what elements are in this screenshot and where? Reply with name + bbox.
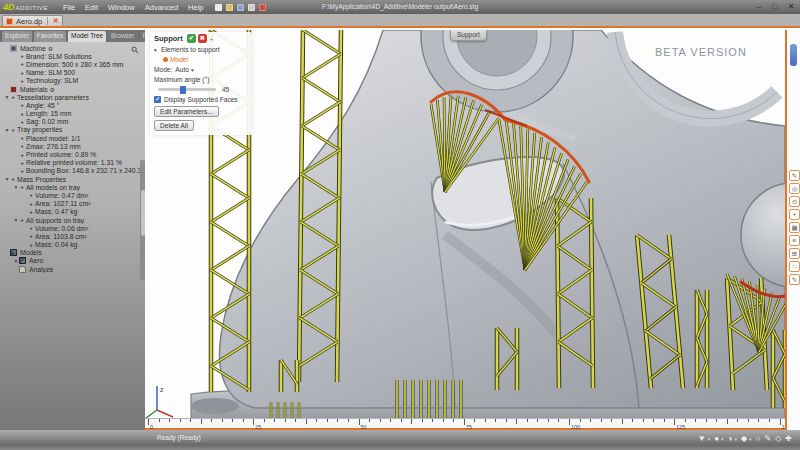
collapse-caret-icon[interactable]: ▾ xyxy=(154,47,161,53)
layers-tool-button[interactable]: ≡ xyxy=(789,235,800,246)
pin-icon[interactable]: + xyxy=(210,36,214,42)
tree-row-name[interactable]: +Name: SLM 500 xyxy=(0,69,145,77)
tree-row-volume[interactable]: +Volume: 0.47 dm³ xyxy=(0,191,145,199)
bullet-icon: + xyxy=(19,168,25,174)
ruler-tick xyxy=(653,419,654,422)
tree-row-zmax[interactable]: +Zmax: 276.13 mm xyxy=(0,142,145,150)
sidebar-scrollbar-thumb[interactable] xyxy=(141,190,145,236)
point-tool-button[interactable]: ⊙ xyxy=(789,196,800,207)
sidebar-tab-model-tree[interactable]: Model Tree xyxy=(68,31,106,42)
section-tool-button[interactable]: ▦ xyxy=(789,222,800,233)
edit-parameters-button[interactable]: Edit Parameters... xyxy=(154,106,219,117)
tree-row-mass-properties[interactable]: ▾+Mass Properties xyxy=(0,175,145,183)
model-icon xyxy=(19,257,26,264)
tree-row-mass[interactable]: +Mass: 0.47 kg xyxy=(0,208,145,216)
menu-advanced[interactable]: Advanced xyxy=(140,3,183,12)
shading-icon-caret[interactable]: ▾ xyxy=(734,436,737,442)
ruler-tick xyxy=(632,419,633,422)
snap-icon[interactable]: ◇ xyxy=(775,433,781,445)
menu-window[interactable]: Window xyxy=(103,3,140,12)
add-view-icon[interactable]: ✚ xyxy=(785,433,792,445)
tree-label: Name: SLM 500 xyxy=(26,69,75,76)
model-element-label[interactable]: Model xyxy=(170,56,188,63)
tree-row-sag[interactable]: +Sag: 0.02 mm xyxy=(0,118,145,126)
tree-row-tray-properties[interactable]: ▾+Tray properties xyxy=(0,126,145,134)
tree-row-length[interactable]: +Length: 15 mm xyxy=(0,110,145,118)
mode-dropdown-caret-icon[interactable]: ▾ xyxy=(191,67,198,73)
pattern-tool-button[interactable]: ∷ xyxy=(789,261,800,272)
tree-row-all-models-on-tray[interactable]: ▾+All models on tray xyxy=(0,183,145,191)
shading-icon[interactable]: ◑ xyxy=(728,433,733,445)
close-button[interactable]: ✕ xyxy=(786,1,796,13)
tree-row-dimension[interactable]: +Dimension: 500 x 280 x 365 mm xyxy=(0,60,145,68)
angle-slider-thumb[interactable] xyxy=(180,86,186,94)
ruler-tick xyxy=(527,419,528,422)
sidebar-tab-browser[interactable]: Browser xyxy=(108,31,137,42)
minimize-button[interactable]: – xyxy=(754,1,764,13)
tree-row-area[interactable]: +Area: 1103.8 cm² xyxy=(0,232,145,240)
viewport-scrollbar-thumb[interactable] xyxy=(790,44,797,66)
annotate-icon[interactable]: ✎ xyxy=(764,433,771,445)
apply-button[interactable]: ✔ xyxy=(187,34,196,43)
scale-tool-button[interactable]: ⊞ xyxy=(789,248,800,259)
ruler-tick xyxy=(737,419,738,422)
menu-file[interactable]: File xyxy=(58,3,80,12)
target-tool-button[interactable]: ◎ xyxy=(789,183,800,194)
ruler-tick xyxy=(432,419,433,422)
delete-all-button[interactable]: Delete All xyxy=(154,120,194,131)
mode-value[interactable]: Auto xyxy=(175,66,189,73)
document-tab-label: Aero.dp xyxy=(16,17,42,26)
display-mode-icon[interactable]: ● xyxy=(714,433,719,445)
ruler-tick xyxy=(601,419,602,422)
maximize-button[interactable]: □ xyxy=(770,1,780,13)
bullet-icon: + xyxy=(10,127,16,133)
tree-row-tessellation-parameters[interactable]: ▾+Tessellation parameters xyxy=(0,93,145,101)
render-style-icon-caret[interactable]: ▾ xyxy=(749,436,752,442)
tab-close-icon[interactable]: ✕ xyxy=(47,17,59,25)
tree-row-analyze[interactable]: Analyze xyxy=(0,265,145,273)
ruler-tick xyxy=(685,419,686,422)
tree-row-placed-model[interactable]: +Placed model: 1/1 xyxy=(0,134,145,142)
angle-slider[interactable] xyxy=(158,88,216,91)
tree-row-bounding-box[interactable]: +Bounding Box: 146.8 x 232.71 x 240.34 m… xyxy=(0,167,145,175)
sidebar-tab-favorites[interactable]: Favorites xyxy=(34,31,66,42)
maximum-angle-label: Maximum angle (°) xyxy=(154,76,209,83)
tree-row-models[interactable]: Models xyxy=(0,249,145,257)
display-supported-faces-checkbox[interactable]: ✔ xyxy=(154,96,161,103)
ruler-tick xyxy=(232,419,233,422)
filter-icon-caret[interactable]: ▾ xyxy=(708,436,711,442)
tree-row-relative-printed-volume[interactable]: +Relative printed volume: 1.31 % xyxy=(0,159,145,167)
tree-label: Mass Properties xyxy=(17,176,66,183)
tree-row-mass[interactable]: +Mass: 0.04 kg xyxy=(0,241,145,249)
tree-label: Zmax: 276.13 mm xyxy=(26,143,81,150)
viewport-3d[interactable]: z Support BETA VERSION Support ✔ ✖ + ▾ E… xyxy=(145,30,785,430)
tree-row-aero[interactable]: ▾Aero xyxy=(0,257,145,265)
model-radio[interactable] xyxy=(163,57,168,62)
tree-row-volume[interactable]: +Volume: 0.06 dm³ xyxy=(0,224,145,232)
render-style-icon[interactable]: ◆ xyxy=(741,433,747,445)
move-tool-button[interactable]: + xyxy=(789,209,800,220)
tree-row-printed-volume[interactable]: +Printed volume: 0.89 % xyxy=(0,150,145,158)
tree-row-angle[interactable]: +Angle: 45 ° xyxy=(0,101,145,109)
tree-row-area[interactable]: +Area: 1027.11 cm² xyxy=(0,200,145,208)
document-tab-aero[interactable]: Aero.dp ✕ xyxy=(2,15,63,26)
display-mode-icon-caret[interactable]: ▾ xyxy=(721,436,724,442)
menu-edit[interactable]: Edit xyxy=(80,3,103,12)
sidebar-tab-explorer[interactable]: Explorer xyxy=(2,31,32,42)
ruler-tick xyxy=(643,419,644,422)
cancel-button[interactable]: ✖ xyxy=(198,34,207,43)
tree-row-all-supports-on-tray[interactable]: ▾+All supports on tray xyxy=(0,216,145,224)
filter-icon[interactable]: ▼ xyxy=(698,433,706,445)
edit-tool-button[interactable]: ✎ xyxy=(789,274,800,285)
sketch-tool-button[interactable]: ✎ xyxy=(789,170,800,181)
tree-row-machine[interactable]: Machine⚙ xyxy=(0,44,145,52)
ruler-tick xyxy=(485,419,486,422)
tree-row-brand[interactable]: +Brand: SLM Solutions xyxy=(0,52,145,60)
tree-row-technology[interactable]: +Technology: SLM xyxy=(0,77,145,85)
view-sphere-icon[interactable]: ○ xyxy=(756,433,761,445)
ruler-tick xyxy=(211,419,212,422)
gear-icon[interactable]: ⚙ xyxy=(48,45,53,52)
gear-icon[interactable]: ⚙ xyxy=(50,86,55,93)
ruler-tick xyxy=(348,419,349,422)
tree-row-materials[interactable]: Materials⚙ xyxy=(0,85,145,93)
